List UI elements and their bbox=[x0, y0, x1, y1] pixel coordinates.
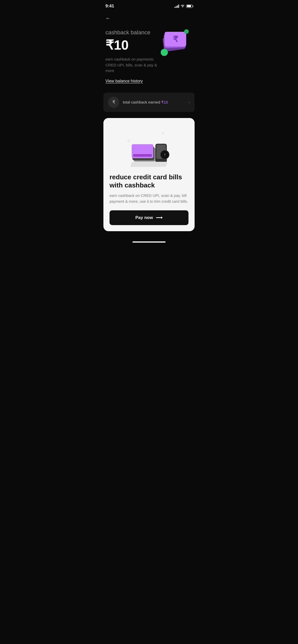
card-layer-1: ₹ bbox=[165, 32, 186, 47]
status-icons bbox=[174, 4, 193, 8]
home-indicator bbox=[99, 239, 199, 247]
back-arrow-icon[interactable]: ← bbox=[105, 15, 111, 21]
wifi-icon bbox=[181, 4, 185, 8]
diamond-deco-2: ◇ bbox=[127, 139, 130, 142]
rupee-stack: ₹ bbox=[159, 29, 190, 60]
status-bar: 9:41 bbox=[99, 0, 199, 11]
total-cashback-amount: ₹10 bbox=[161, 100, 168, 104]
total-cashback-text: total cashback earned ₹10 bbox=[123, 100, 185, 105]
iso-upload-arrow-icon: ↑ bbox=[164, 152, 166, 157]
card-title: reduce credit card bills with cashback bbox=[110, 173, 188, 189]
view-history-link[interactable]: View balance history bbox=[105, 79, 143, 83]
signal-icon bbox=[174, 4, 179, 8]
iso-illustration: ◇ ◇ ↑ bbox=[126, 126, 172, 167]
iso-card-strip bbox=[133, 154, 152, 157]
diamond-deco-1: ◇ bbox=[162, 131, 164, 135]
rupee-illustration: ₹ bbox=[159, 29, 193, 62]
iso-card-front bbox=[132, 144, 153, 158]
rupee-circle-icon: ₹ bbox=[108, 97, 119, 108]
chevron-right-icon: › bbox=[189, 100, 190, 105]
iso-upload-circle: ↑ bbox=[160, 150, 169, 159]
iso-base bbox=[130, 162, 168, 167]
promo-card: ◇ ◇ ↑ reduce credit card bills bbox=[103, 118, 195, 231]
rupee-symbol: ₹ bbox=[173, 34, 178, 44]
hero-section: cashback balance ₹10 earn cashback on pa… bbox=[99, 23, 199, 89]
rupee-circle-symbol: ₹ bbox=[112, 99, 115, 105]
coin-2 bbox=[184, 29, 189, 34]
illustration-area: ◇ ◇ ↑ bbox=[103, 118, 195, 171]
total-cashback-label: total cashback earned bbox=[123, 100, 160, 104]
cashback-amount: ₹10 bbox=[105, 38, 159, 52]
pay-now-label: Pay now bbox=[136, 215, 153, 220]
battery-icon bbox=[186, 5, 193, 8]
back-button-area[interactable]: ← bbox=[99, 11, 199, 23]
status-time: 9:41 bbox=[105, 4, 114, 9]
pay-now-arrow-icon: ⟶ bbox=[156, 215, 162, 221]
cashback-description: earn cashback on payments: CRED UPI, bil… bbox=[105, 56, 159, 74]
iso-card-stack bbox=[132, 146, 155, 163]
card-description: earn cashback on CRED UPI, scan & pay, b… bbox=[110, 193, 188, 204]
hero-content: cashback balance ₹10 earn cashback on pa… bbox=[105, 29, 159, 83]
total-cashback-row[interactable]: ₹ total cashback earned ₹10 › bbox=[103, 93, 195, 112]
cashback-label: cashback balance bbox=[105, 29, 159, 36]
card-content: reduce credit card bills with cashback e… bbox=[103, 171, 195, 231]
coin-1 bbox=[161, 49, 168, 56]
home-bar bbox=[132, 241, 166, 243]
pay-now-button[interactable]: Pay now ⟶ bbox=[110, 210, 188, 225]
